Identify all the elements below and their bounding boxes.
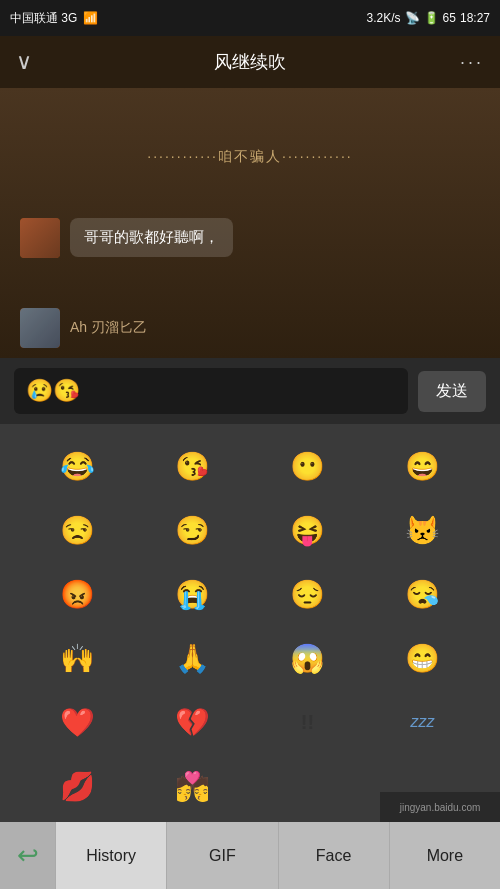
wifi-icon: 📡 — [405, 11, 420, 25]
emoji-broken-heart[interactable]: 💔 — [163, 698, 223, 746]
comment-2: 哥哥的歌都好聽啊， — [20, 218, 233, 258]
back-button[interactable]: ∨ — [16, 49, 32, 75]
emoji-pray[interactable]: 🙏 — [163, 634, 223, 682]
emoji-row-5: ❤️ 💔 !! zzz — [0, 690, 500, 754]
emoji-zzz[interactable]: zzz — [393, 698, 453, 746]
status-bar: 中国联通 3G 📶 3.2K/s 📡 🔋 65 18:27 — [0, 0, 500, 36]
text-input[interactable]: 😢😘 — [14, 368, 408, 414]
page-title: 风继续吹 — [214, 50, 286, 74]
signal-icon: 📶 — [83, 11, 98, 25]
status-right: 3.2K/s 📡 🔋 65 18:27 — [367, 11, 490, 25]
input-row: 😢😘 发送 — [0, 358, 500, 424]
carrier-text: 中国联通 3G — [10, 10, 77, 27]
tab-face[interactable]: Face — [278, 822, 389, 889]
tab-more[interactable]: More — [389, 822, 500, 889]
clock: 18:27 — [460, 11, 490, 25]
emoji-sob[interactable]: 😭 — [163, 570, 223, 618]
emoji-kiss[interactable]: 😘 — [163, 442, 223, 490]
emoji-scream[interactable]: 😱 — [278, 634, 338, 682]
status-carrier: 中国联通 3G 📶 — [10, 10, 98, 27]
emoji-couple-heart[interactable]: 💏 — [163, 762, 223, 810]
title-bar: ∨ 风继续吹 ··· — [0, 36, 500, 88]
comment-3: Ah 刃溜匕乙 — [20, 308, 147, 348]
emoji-unamused[interactable]: 😒 — [48, 506, 108, 554]
comment-1: ············咱不骗人············ — [30, 148, 470, 166]
battery-icon: 🔋 — [424, 11, 439, 25]
emoji-nomouth[interactable]: 😶 — [278, 442, 338, 490]
emoji-beam[interactable]: 😁 — [393, 634, 453, 682]
more-button[interactable]: ··· — [460, 52, 484, 73]
input-panel: 😢😘 发送 😂 😘 😶 😄 😒 😏 😝 😾 😡 😭 😔 😪 🙌 — [0, 358, 500, 828]
emoji-sleepy[interactable]: 😪 — [393, 570, 453, 618]
bubble-text: 哥哥的歌都好聽啊， — [84, 228, 219, 245]
send-button[interactable]: 发送 — [418, 371, 486, 412]
emoji-row-3: 😡 😭 😔 😪 — [0, 562, 500, 626]
tab-gif[interactable]: GIF — [166, 822, 277, 889]
emoji-row-2: 😒 😏 😝 😾 — [0, 498, 500, 562]
emoji-grid: 😂 😘 😶 😄 😒 😏 😝 😾 😡 😭 😔 😪 🙌 🙏 😱 😁 — [0, 424, 500, 828]
bottom-tab-bar: ↩ History GIF Face More — [0, 822, 500, 889]
emoji-angry[interactable]: 😡 — [48, 570, 108, 618]
back-arrow-icon: ↩ — [17, 840, 39, 871]
keyboard-back-button[interactable]: ↩ — [0, 822, 55, 889]
watermark: jingyan.baidu.com — [380, 792, 500, 822]
tab-history[interactable]: History — [55, 822, 166, 889]
chat-bubble: 哥哥的歌都好聽啊， — [70, 218, 233, 257]
emoji-laughcry[interactable]: 😂 — [48, 442, 108, 490]
network-speed: 3.2K/s — [367, 11, 401, 25]
emoji-lips[interactable]: 💋 — [48, 762, 108, 810]
emoji-pouting-cat[interactable]: 😾 — [393, 506, 453, 554]
emoji-smirk[interactable]: 😏 — [163, 506, 223, 554]
emoji-raised-hands[interactable]: 🙌 — [48, 634, 108, 682]
avatar — [20, 218, 60, 258]
comment-3-text: Ah 刃溜匕乙 — [70, 319, 147, 337]
emoji-row-1: 😂 😘 😶 😄 — [0, 434, 500, 498]
battery-level: 65 — [443, 11, 456, 25]
emoji-grin[interactable]: 😄 — [393, 442, 453, 490]
chat-area: ············咱不骗人············ 哥哥的歌都好聽啊， A… — [0, 88, 500, 358]
avatar-2 — [20, 308, 60, 348]
emoji-exclamation[interactable]: !! — [278, 698, 338, 746]
comment-1-text: ············咱不骗人············ — [147, 148, 352, 166]
emoji-heart[interactable]: ❤️ — [48, 698, 108, 746]
emoji-tongue[interactable]: 😝 — [278, 506, 338, 554]
emoji-pensive[interactable]: 😔 — [278, 570, 338, 618]
emoji-row-4: 🙌 🙏 😱 😁 — [0, 626, 500, 690]
